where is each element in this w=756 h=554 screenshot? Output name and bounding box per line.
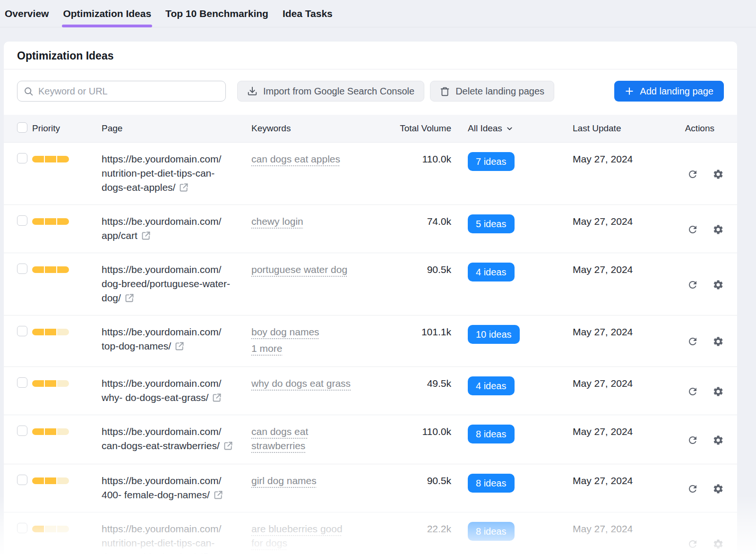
refresh-button[interactable] bbox=[687, 224, 698, 235]
page-url-link[interactable]: https://be.yourdomain.com/can-dogs-eat-s… bbox=[102, 425, 251, 455]
row-checkbox[interactable] bbox=[17, 475, 27, 485]
delete-landing-pages-button[interactable]: Delete landing pages bbox=[430, 81, 554, 102]
ideas-button[interactable]: 10 ideas bbox=[468, 325, 520, 344]
tab-idea-tasks[interactable]: Idea Tasks bbox=[282, 0, 334, 27]
priority-segment bbox=[45, 428, 57, 435]
import-gsc-button[interactable]: Import from Google Search Console bbox=[237, 81, 424, 102]
page-url-link[interactable]: https://be.yourdomain.com/nutrition-pet-… bbox=[102, 152, 251, 196]
keywords-cell: boy dog names1 more bbox=[251, 325, 369, 358]
ideas-filter-dropdown[interactable]: All Ideas bbox=[468, 123, 514, 134]
ideas-button[interactable]: 8 ideas bbox=[468, 522, 515, 541]
page-url-line: https://be.yourdomain.com/ bbox=[102, 425, 251, 439]
last-update-value: May 27, 2024 bbox=[573, 426, 633, 437]
priority-segment bbox=[32, 266, 44, 273]
refresh-button[interactable] bbox=[687, 386, 698, 397]
row-checkbox[interactable] bbox=[17, 326, 27, 336]
row-checkbox[interactable] bbox=[17, 215, 27, 226]
refresh-button[interactable] bbox=[687, 435, 698, 446]
keyword-link[interactable]: chewy login bbox=[251, 214, 303, 229]
header-actions: Actions bbox=[685, 123, 724, 134]
tab-overview[interactable]: Overview bbox=[4, 0, 50, 27]
refresh-button[interactable] bbox=[687, 336, 698, 347]
ideas-button[interactable]: 7 ideas bbox=[468, 152, 515, 171]
priority-segment bbox=[45, 266, 57, 273]
last-update-value: May 27, 2024 bbox=[573, 153, 633, 164]
refresh-button[interactable] bbox=[687, 483, 698, 494]
keywords-cell: can dogs eat apples bbox=[251, 152, 369, 196]
priority-segment bbox=[57, 428, 69, 435]
ideas-button[interactable]: 4 ideas bbox=[468, 263, 515, 281]
keywords-cell: chewy login bbox=[251, 214, 369, 244]
page-url-line: dogs-eat-apples/ bbox=[102, 180, 251, 196]
settings-button[interactable] bbox=[713, 386, 724, 397]
total-volume-value: 90.5k bbox=[427, 475, 451, 486]
row-checkbox[interactable] bbox=[17, 377, 27, 388]
keyword-link[interactable]: girl dog names bbox=[251, 474, 317, 488]
total-volume-value: 90.5k bbox=[427, 264, 451, 275]
keyword-text: 1 more bbox=[251, 341, 282, 356]
keyword-link[interactable]: are blueberries goodfor dogs bbox=[251, 522, 343, 550]
external-link-icon bbox=[141, 231, 151, 242]
settings-button[interactable] bbox=[713, 169, 724, 180]
ideas-button[interactable]: 4 ideas bbox=[468, 376, 515, 395]
keyword-link[interactable]: 1 more bbox=[251, 341, 282, 356]
keyword-link[interactable]: boy dog names bbox=[251, 325, 319, 339]
page-url-line: can-dogs-eat-strawberries/ bbox=[102, 439, 251, 454]
row-checkbox[interactable] bbox=[17, 264, 27, 274]
page-url-link[interactable]: https://be.yourdomain.com/app/cart bbox=[102, 214, 251, 244]
settings-button[interactable] bbox=[713, 435, 724, 446]
external-link-icon bbox=[212, 393, 222, 404]
page-url-link[interactable]: https://be.yourdomain.com/nutrition-pet-… bbox=[102, 522, 251, 554]
priority-segment bbox=[57, 156, 69, 162]
page-url-link[interactable]: https://be.yourdomain.com/top-dog-names/ bbox=[102, 325, 251, 358]
page-url-line: 400- female-dog-names/ bbox=[102, 488, 251, 503]
gear-icon bbox=[713, 224, 724, 235]
total-volume-value: 110.0k bbox=[422, 426, 452, 437]
page-url-link[interactable]: https://be.yourdomain.com/why- do-dogs-e… bbox=[102, 376, 251, 406]
last-update-value: May 27, 2024 bbox=[573, 326, 633, 337]
priority-meter bbox=[32, 428, 69, 435]
external-link-icon bbox=[223, 442, 233, 452]
refresh-button[interactable] bbox=[687, 279, 698, 290]
last-update-value: May 27, 2024 bbox=[573, 216, 633, 227]
settings-button[interactable] bbox=[713, 279, 724, 290]
row-checkbox[interactable] bbox=[17, 523, 27, 533]
add-landing-page-button[interactable]: Add landing page bbox=[614, 81, 724, 102]
settings-button[interactable] bbox=[713, 538, 724, 550]
keyword-link[interactable]: can dogs eatstrawberries bbox=[251, 425, 308, 453]
row-checkbox[interactable] bbox=[17, 153, 27, 163]
refresh-button[interactable] bbox=[687, 169, 698, 180]
priority-meter bbox=[32, 329, 69, 335]
header-last-update: Last Update bbox=[573, 123, 671, 134]
page-url-line: https://be.yourdomain.com/ bbox=[102, 214, 251, 229]
priority-meter bbox=[32, 477, 69, 484]
keyword-link[interactable]: can dogs eat apples bbox=[251, 152, 340, 166]
total-volume-value: 49.5k bbox=[427, 378, 451, 389]
settings-button[interactable] bbox=[713, 336, 724, 347]
settings-button[interactable] bbox=[713, 224, 724, 235]
search-input[interactable] bbox=[17, 81, 226, 102]
keyword-text: why do dogs eat grass bbox=[251, 376, 351, 391]
ideas-button[interactable]: 8 ideas bbox=[468, 425, 515, 443]
external-link-icon bbox=[175, 342, 184, 353]
page-url-line: nutrition-pet-diet-tips-can- bbox=[102, 536, 251, 550]
settings-button[interactable] bbox=[713, 483, 724, 494]
external-link-icon bbox=[214, 491, 223, 502]
ideas-button[interactable]: 8 ideas bbox=[468, 474, 515, 493]
priority-segment bbox=[32, 477, 44, 484]
total-volume-value: 110.0k bbox=[422, 153, 452, 164]
keyword-link[interactable]: why do dogs eat grass bbox=[251, 376, 351, 391]
keyword-link[interactable]: portuguese water dog bbox=[251, 263, 347, 277]
ideas-button[interactable]: 5 ideas bbox=[468, 214, 515, 233]
refresh-button[interactable] bbox=[687, 538, 698, 550]
refresh-icon bbox=[687, 279, 698, 290]
download-icon bbox=[247, 86, 258, 96]
last-update-value: May 27, 2024 bbox=[573, 378, 633, 389]
tab-top10-benchmarking[interactable]: Top 10 Benchmarking bbox=[164, 0, 269, 27]
page-url-link[interactable]: https://be.yourdomain.com/dog-breed/port… bbox=[102, 263, 251, 307]
row-checkbox[interactable] bbox=[17, 426, 27, 436]
select-all-checkbox[interactable] bbox=[17, 122, 27, 133]
tab-optimization-ideas[interactable]: Optimization Ideas bbox=[62, 0, 152, 27]
page-url-link[interactable]: https://be.yourdomain.com/400- female-do… bbox=[102, 474, 251, 503]
priority-segment bbox=[45, 526, 57, 532]
